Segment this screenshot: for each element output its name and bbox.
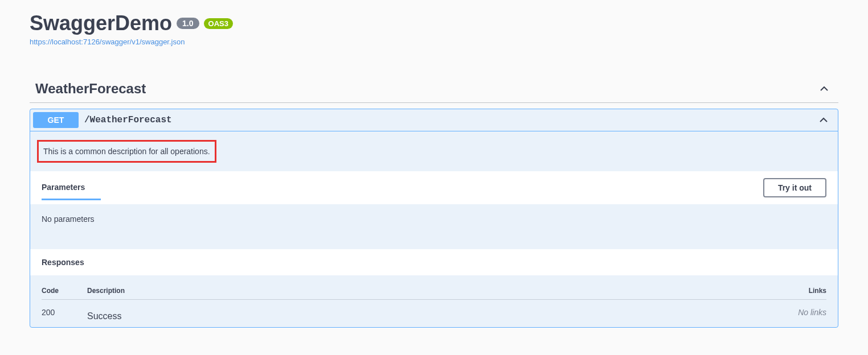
api-url-link[interactable]: https://localhost:7126/swagger/v1/swagge… xyxy=(30,38,185,46)
version-badge: 1.0 xyxy=(177,18,199,29)
api-header: SwaggerDemo 1.0 OAS3 https://localhost:7… xyxy=(30,11,838,47)
chevron-up-icon xyxy=(818,83,830,94)
tag-name: WeatherForecast xyxy=(30,81,146,97)
title-row: SwaggerDemo 1.0 OAS3 xyxy=(30,11,838,35)
api-title: SwaggerDemo xyxy=(30,11,172,35)
response-code: 200 xyxy=(42,308,87,321)
tag-header[interactable]: WeatherForecast xyxy=(30,75,838,103)
table-row: 200 Success No links xyxy=(42,300,826,321)
response-links: No links xyxy=(781,308,826,321)
column-header-code: Code xyxy=(42,287,87,295)
tag-section: WeatherForecast GET /WeatherForecast xyxy=(30,75,838,328)
operation-block: GET /WeatherForecast This is a common de… xyxy=(30,109,838,328)
column-header-links: Links xyxy=(781,287,826,295)
oas-version-badge: OAS3 xyxy=(204,18,233,29)
response-description: Success xyxy=(87,308,781,321)
http-method-badge: GET xyxy=(33,112,79,128)
responses-table-header: Code Description Links xyxy=(42,287,826,300)
no-parameters-text: No parameters xyxy=(30,204,838,249)
parameters-section-header: Parameters Try it out xyxy=(30,171,838,204)
swagger-container: SwaggerDemo 1.0 OAS3 https://localhost:7… xyxy=(0,0,868,339)
responses-section-header: Responses xyxy=(30,249,838,275)
try-it-out-button[interactable]: Try it out xyxy=(763,178,826,197)
operation-body: This is a common description for all ope… xyxy=(30,131,838,327)
operation-header[interactable]: GET /WeatherForecast xyxy=(30,109,838,131)
responses-table: Code Description Links 200 Success No li… xyxy=(30,275,838,327)
column-header-description: Description xyxy=(87,287,781,295)
description-highlight-box: This is a common description for all ope… xyxy=(37,140,216,163)
parameters-tab[interactable]: Parameters xyxy=(42,183,101,200)
operation-description: This is a common description for all ope… xyxy=(43,147,210,156)
chevron-up-icon xyxy=(818,114,829,126)
endpoint-path: /WeatherForecast xyxy=(84,115,818,125)
responses-title: Responses xyxy=(42,258,84,267)
